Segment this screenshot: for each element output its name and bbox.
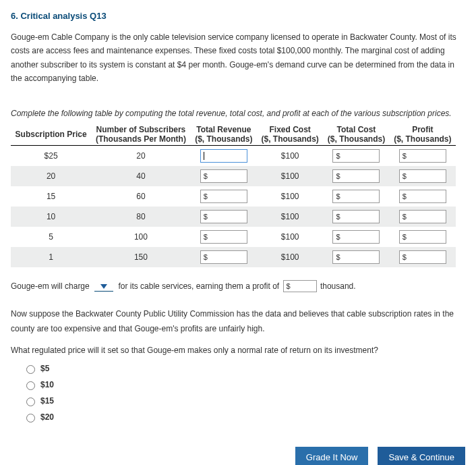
col-header-fixed: Fixed Cost ($, Thousands)	[257, 124, 323, 146]
fill-pre: Gouge-em will charge	[11, 281, 90, 291]
subs-cell: 80	[91, 207, 190, 227]
fixed-cell: $100	[257, 227, 323, 247]
price-option-label: $15	[40, 396, 54, 406]
table-row: 2040$$100$$	[11, 166, 456, 186]
profit-input[interactable]: $	[399, 210, 446, 223]
price-option[interactable]: $5	[23, 363, 465, 374]
profit-cell: $	[390, 166, 456, 186]
table-row: 1150$$100$$	[11, 247, 456, 267]
price-cell: 10	[11, 207, 91, 227]
totalcost-cell: $	[323, 247, 389, 267]
intro-paragraph: Gouge-em Cable Company is the only cable…	[11, 30, 465, 86]
col-header-price: Subscription Price	[11, 124, 91, 146]
totalcost-cell: $	[323, 207, 389, 227]
question-title: 6. Critical analysis Q13	[11, 11, 465, 21]
subs-cell: 40	[91, 166, 190, 186]
price-cell: 20	[11, 166, 91, 186]
revenue-cell: $	[191, 166, 257, 186]
totalcost-input[interactable]: $	[332, 250, 380, 264]
profit-cell: $	[390, 247, 456, 267]
totalcost-cell: $	[323, 227, 389, 247]
table-row: 1560$$100$$	[11, 186, 456, 207]
svg-marker-0	[100, 284, 107, 289]
grade-button[interactable]: Grade It Now	[295, 447, 369, 465]
price-option-radio[interactable]	[26, 414, 35, 422]
fill-mid: for its cable services, earning them a p…	[118, 281, 279, 291]
profit-input[interactable]: $	[399, 149, 446, 163]
col-header-totalcost: Total Cost ($, Thousands)	[323, 124, 389, 146]
followup-paragraph: Now suppose the Backwater County Public …	[11, 307, 465, 336]
profit-cell: $	[390, 227, 456, 247]
fixed-cell: $100	[257, 247, 323, 267]
charge-dropdown[interactable]	[94, 281, 113, 292]
price-option-label: $20	[40, 412, 54, 422]
revenue-cell: $	[191, 186, 257, 207]
table-row: 1080$$100$$	[11, 207, 456, 227]
price-option-label: $10	[40, 380, 54, 389]
revenue-input[interactable]	[200, 149, 247, 163]
table-instruction: Complete the following table by computin…	[11, 109, 465, 118]
profit-input[interactable]: $	[399, 250, 446, 264]
table-row: $2520$100$$	[11, 145, 456, 166]
totalcost-cell: $	[323, 166, 389, 186]
totalcost-input[interactable]: $	[332, 190, 380, 203]
col-header-revenue: Total Revenue ($, Thousands)	[191, 124, 257, 146]
col-header-profit: Profit ($, Thousands)	[390, 124, 456, 146]
totalcost-input[interactable]: $	[332, 149, 380, 163]
profit-cell: $	[390, 145, 456, 166]
fixed-cell: $100	[257, 166, 323, 186]
price-cell: $25	[11, 145, 91, 166]
price-cell: 5	[11, 227, 91, 247]
revenue-input[interactable]: $	[200, 210, 247, 223]
price-option[interactable]: $20	[23, 412, 465, 422]
profit-input[interactable]: $	[283, 280, 317, 292]
revenue-input[interactable]: $	[200, 169, 247, 183]
fixed-cell: $100	[257, 186, 323, 207]
profit-input[interactable]: $	[399, 190, 446, 203]
revenue-cell: $	[191, 227, 257, 247]
price-option[interactable]: $15	[23, 395, 465, 406]
subs-cell: 150	[91, 247, 190, 267]
button-row: Grade It Now Save & Continue	[11, 447, 465, 465]
price-option-radio[interactable]	[26, 381, 35, 390]
price-option[interactable]: $10	[23, 379, 465, 390]
totalcost-cell: $	[323, 186, 389, 207]
revenue-cell: $	[191, 247, 257, 267]
revenue-cell	[191, 145, 257, 166]
fixed-cell: $100	[257, 207, 323, 227]
totalcost-cell: $	[323, 145, 389, 166]
totalcost-input[interactable]: $	[332, 230, 380, 244]
revenue-input[interactable]: $	[200, 190, 247, 203]
col-header-subs: Number of Subscribers (Thousands Per Mon…	[91, 124, 190, 146]
data-table: Subscription Price Number of Subscribers…	[11, 124, 456, 267]
revenue-cell: $	[191, 207, 257, 227]
price-cell: 1	[11, 247, 91, 267]
table-row: 5100$$100$$	[11, 227, 456, 247]
profit-cell: $	[390, 186, 456, 207]
profit-input[interactable]: $	[399, 230, 446, 244]
price-cell: 15	[11, 186, 91, 207]
price-option-label: $5	[40, 364, 49, 373]
chevron-down-icon	[100, 283, 108, 290]
subs-cell: 20	[91, 145, 190, 166]
fill-sentence: Gouge-em will charge for its cable servi…	[11, 279, 465, 294]
revenue-input[interactable]: $	[200, 230, 247, 244]
totalcost-input[interactable]: $	[332, 169, 380, 183]
fill-post: thousand.	[320, 281, 356, 291]
fixed-cell: $100	[257, 145, 323, 166]
subs-cell: 100	[91, 227, 190, 247]
save-continue-button[interactable]: Save & Continue	[378, 447, 465, 465]
profit-cell: $	[390, 207, 456, 227]
price-option-radio[interactable]	[26, 365, 35, 374]
subs-cell: 60	[91, 186, 190, 207]
totalcost-input[interactable]: $	[332, 210, 380, 223]
profit-input[interactable]: $	[399, 169, 446, 183]
revenue-input[interactable]: $	[200, 250, 247, 264]
regulated-price-question: What regulated price will it set so that…	[11, 346, 465, 355]
price-option-radio[interactable]	[26, 398, 35, 406]
